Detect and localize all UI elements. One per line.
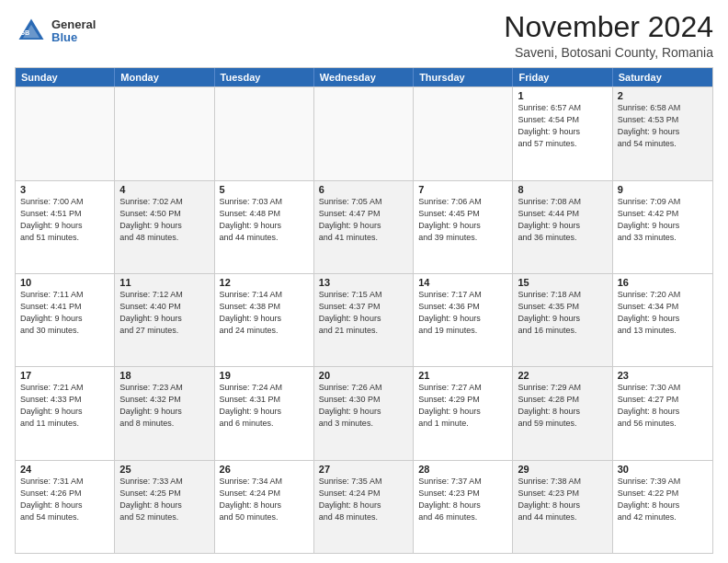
calendar-cell: 6Sunrise: 7:05 AMSunset: 4:47 PMDaylight… — [314, 181, 414, 273]
day-number: 23 — [618, 370, 708, 381]
calendar-week-4: 17Sunrise: 7:21 AMSunset: 4:33 PMDayligh… — [16, 366, 712, 459]
calendar-week-5: 24Sunrise: 7:31 AMSunset: 4:26 PMDayligh… — [16, 460, 712, 553]
cal-header-monday: Monday — [115, 68, 214, 86]
svg-text:GB: GB — [19, 29, 29, 37]
logo-icon: GB — [15, 15, 48, 48]
day-info: Sunrise: 7:05 AMSunset: 4:47 PMDaylight:… — [319, 196, 408, 244]
calendar-cell: 12Sunrise: 7:14 AMSunset: 4:38 PMDayligh… — [215, 274, 314, 366]
calendar-cell: 5Sunrise: 7:03 AMSunset: 4:48 PMDaylight… — [215, 181, 314, 273]
day-number: 22 — [518, 370, 607, 381]
calendar-cell — [16, 87, 115, 179]
calendar-cell — [414, 87, 513, 179]
day-number: 15 — [518, 277, 607, 288]
day-info: Sunrise: 7:03 AMSunset: 4:48 PMDaylight:… — [220, 196, 309, 244]
day-number: 14 — [418, 277, 507, 288]
day-info: Sunrise: 7:29 AMSunset: 4:28 PMDaylight:… — [518, 382, 607, 430]
calendar-cell: 19Sunrise: 7:24 AMSunset: 4:31 PMDayligh… — [215, 367, 314, 459]
day-number: 20 — [319, 370, 408, 381]
day-number: 30 — [618, 464, 708, 475]
day-number: 13 — [319, 277, 408, 288]
day-number: 7 — [418, 184, 507, 195]
cal-header-sunday: Sunday — [16, 68, 115, 86]
day-info: Sunrise: 7:08 AMSunset: 4:44 PMDaylight:… — [518, 196, 607, 244]
logo-general-label: General — [51, 18, 96, 31]
calendar-cell: 23Sunrise: 7:30 AMSunset: 4:27 PMDayligh… — [613, 367, 712, 459]
calendar-cell: 21Sunrise: 7:27 AMSunset: 4:29 PMDayligh… — [414, 367, 513, 459]
calendar-week-2: 3Sunrise: 7:00 AMSunset: 4:51 PMDaylight… — [16, 180, 712, 273]
day-number: 6 — [319, 184, 408, 195]
day-info: Sunrise: 7:37 AMSunset: 4:23 PMDaylight:… — [418, 476, 507, 523]
logo: GB General Blue — [15, 15, 96, 48]
calendar-cell: 4Sunrise: 7:02 AMSunset: 4:50 PMDaylight… — [115, 181, 214, 273]
location-subtitle: Saveni, Botosani County, Romania — [504, 45, 713, 60]
calendar-cell: 14Sunrise: 7:17 AMSunset: 4:36 PMDayligh… — [414, 274, 513, 366]
day-info: Sunrise: 7:21 AMSunset: 4:33 PMDaylight:… — [20, 382, 109, 430]
day-info: Sunrise: 7:38 AMSunset: 4:23 PMDaylight:… — [518, 476, 607, 523]
calendar-cell: 16Sunrise: 7:20 AMSunset: 4:34 PMDayligh… — [613, 274, 712, 366]
calendar-cell: 18Sunrise: 7:23 AMSunset: 4:32 PMDayligh… — [115, 367, 214, 459]
day-number: 24 — [20, 464, 109, 475]
calendar-cell: 8Sunrise: 7:08 AMSunset: 4:44 PMDaylight… — [513, 181, 612, 273]
day-info: Sunrise: 7:33 AMSunset: 4:25 PMDaylight:… — [119, 476, 209, 523]
day-info: Sunrise: 7:35 AMSunset: 4:24 PMDaylight:… — [319, 476, 408, 523]
logo-text: General Blue — [51, 18, 96, 45]
calendar-cell: 17Sunrise: 7:21 AMSunset: 4:33 PMDayligh… — [16, 367, 115, 459]
day-number: 19 — [220, 370, 309, 381]
calendar-cell: 24Sunrise: 7:31 AMSunset: 4:26 PMDayligh… — [16, 461, 115, 553]
calendar-cell: 29Sunrise: 7:38 AMSunset: 4:23 PMDayligh… — [513, 461, 612, 553]
day-info: Sunrise: 7:30 AMSunset: 4:27 PMDaylight:… — [618, 382, 708, 430]
calendar-cell: 3Sunrise: 7:00 AMSunset: 4:51 PMDaylight… — [16, 181, 115, 273]
day-info: Sunrise: 7:39 AMSunset: 4:22 PMDaylight:… — [618, 476, 708, 523]
day-number: 11 — [119, 277, 209, 288]
day-info: Sunrise: 7:20 AMSunset: 4:34 PMDaylight:… — [618, 289, 708, 337]
calendar-week-1: 1Sunrise: 6:57 AMSunset: 4:54 PMDaylight… — [16, 86, 712, 179]
cal-header-saturday: Saturday — [613, 68, 712, 86]
calendar-cell: 26Sunrise: 7:34 AMSunset: 4:24 PMDayligh… — [215, 461, 314, 553]
calendar-cell: 7Sunrise: 7:06 AMSunset: 4:45 PMDaylight… — [414, 181, 513, 273]
day-info: Sunrise: 7:15 AMSunset: 4:37 PMDaylight:… — [319, 289, 408, 337]
month-title: November 2024 — [504, 11, 713, 43]
day-info: Sunrise: 7:23 AMSunset: 4:32 PMDaylight:… — [119, 382, 209, 430]
day-info: Sunrise: 7:18 AMSunset: 4:35 PMDaylight:… — [518, 289, 607, 337]
day-number: 12 — [220, 277, 309, 288]
day-number: 10 — [20, 277, 109, 288]
logo-blue-label: Blue — [51, 31, 96, 44]
day-number: 29 — [518, 464, 607, 475]
day-info: Sunrise: 7:27 AMSunset: 4:29 PMDaylight:… — [418, 382, 507, 430]
day-number: 21 — [418, 370, 507, 381]
day-info: Sunrise: 7:17 AMSunset: 4:36 PMDaylight:… — [418, 289, 507, 337]
calendar-cell: 28Sunrise: 7:37 AMSunset: 4:23 PMDayligh… — [414, 461, 513, 553]
day-info: Sunrise: 7:26 AMSunset: 4:30 PMDaylight:… — [319, 382, 408, 430]
day-info: Sunrise: 7:31 AMSunset: 4:26 PMDaylight:… — [20, 476, 109, 523]
calendar-cell: 11Sunrise: 7:12 AMSunset: 4:40 PMDayligh… — [115, 274, 214, 366]
calendar-cell: 2Sunrise: 6:58 AMSunset: 4:53 PMDaylight… — [613, 87, 712, 179]
calendar-cell — [314, 87, 414, 179]
calendar-cell: 22Sunrise: 7:29 AMSunset: 4:28 PMDayligh… — [513, 367, 612, 459]
day-number: 26 — [220, 464, 309, 475]
page: GB General Blue November 2024 Saveni, Bo… — [0, 0, 728, 563]
day-number: 5 — [220, 184, 309, 195]
day-number: 8 — [518, 184, 607, 195]
calendar-body: 1Sunrise: 6:57 AMSunset: 4:54 PMDaylight… — [16, 86, 712, 553]
day-number: 2 — [618, 90, 708, 101]
day-info: Sunrise: 6:58 AMSunset: 4:53 PMDaylight:… — [618, 102, 708, 150]
day-info: Sunrise: 7:12 AMSunset: 4:40 PMDaylight:… — [119, 289, 209, 337]
calendar-header-row: SundayMondayTuesdayWednesdayThursdayFrid… — [16, 68, 712, 86]
day-number: 4 — [119, 184, 209, 195]
day-number: 1 — [518, 90, 607, 101]
day-info: Sunrise: 7:06 AMSunset: 4:45 PMDaylight:… — [418, 196, 507, 244]
day-number: 16 — [618, 277, 708, 288]
day-info: Sunrise: 7:09 AMSunset: 4:42 PMDaylight:… — [618, 196, 708, 244]
cal-header-thursday: Thursday — [414, 68, 513, 86]
cal-header-tuesday: Tuesday — [215, 68, 314, 86]
calendar-week-3: 10Sunrise: 7:11 AMSunset: 4:41 PMDayligh… — [16, 273, 712, 366]
calendar-cell: 9Sunrise: 7:09 AMSunset: 4:42 PMDaylight… — [613, 181, 712, 273]
day-info: Sunrise: 7:11 AMSunset: 4:41 PMDaylight:… — [20, 289, 109, 337]
day-info: Sunrise: 7:00 AMSunset: 4:51 PMDaylight:… — [20, 196, 109, 244]
day-info: Sunrise: 6:57 AMSunset: 4:54 PMDaylight:… — [518, 102, 607, 150]
day-number: 28 — [418, 464, 507, 475]
day-number: 18 — [119, 370, 209, 381]
calendar-cell: 1Sunrise: 6:57 AMSunset: 4:54 PMDaylight… — [513, 87, 612, 179]
calendar-cell: 10Sunrise: 7:11 AMSunset: 4:41 PMDayligh… — [16, 274, 115, 366]
cal-header-friday: Friday — [513, 68, 612, 86]
